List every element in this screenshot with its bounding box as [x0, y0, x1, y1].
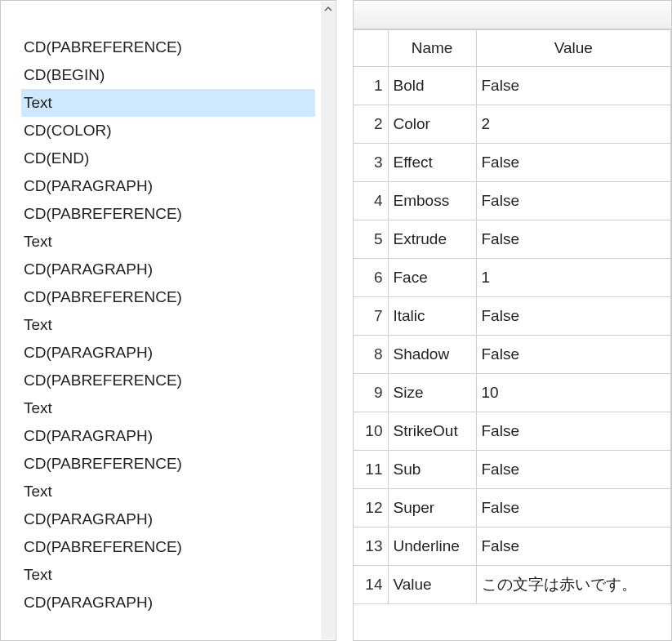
cell-value[interactable]: False — [476, 220, 671, 259]
row-number: 8 — [354, 336, 388, 374]
table-row[interactable]: 13UnderlineFalse — [354, 527, 671, 566]
table-row[interactable]: 5ExtrudeFalse — [354, 220, 671, 259]
tree-item[interactable]: CD(PABREFERENCE) — [21, 533, 315, 561]
row-number: 14 — [354, 566, 388, 604]
tree-item[interactable]: CD(BEGIN) — [21, 61, 315, 89]
row-number: 2 — [354, 105, 388, 144]
tree-item[interactable]: CD(PABREFERENCE) — [21, 33, 315, 61]
tree-item[interactable]: CD(PARAGRAPH) — [21, 172, 315, 200]
toolbar — [353, 0, 672, 29]
scroll-up-button[interactable] — [321, 2, 335, 16]
cell-value[interactable]: False — [476, 182, 671, 220]
row-number: 1 — [354, 67, 388, 105]
tree-item[interactable]: Text — [21, 89, 315, 117]
tree-item[interactable]: CD(PARAGRAPH) — [21, 339, 315, 367]
row-number: 5 — [354, 220, 388, 259]
tree-item[interactable]: CD(END) — [21, 145, 315, 172]
cell-name[interactable]: Effect — [388, 144, 476, 182]
table-row[interactable]: 9Size10 — [354, 374, 671, 412]
table-row[interactable]: 11SubFalse — [354, 451, 671, 489]
tree-view[interactable]: CD(PABREFERENCE)CD(BEGIN)TextCD(COLOR)CD… — [1, 1, 336, 640]
cell-name[interactable]: Size — [388, 374, 476, 412]
tree-item[interactable]: CD(PARAGRAPH) — [21, 422, 315, 450]
properties-grid[interactable]: Name Value 1BoldFalse2Color23EffectFalse… — [354, 29, 671, 604]
tree-item[interactable]: CD(PABREFERENCE) — [21, 367, 315, 394]
col-header-value[interactable]: Value — [476, 30, 671, 67]
tree-item[interactable]: CD(PABREFERENCE) — [21, 283, 315, 311]
cell-name[interactable]: Face — [388, 259, 476, 297]
cell-value[interactable]: この文字は赤いです。 — [476, 566, 671, 604]
table-row[interactable]: 2Color2 — [354, 105, 671, 144]
tree-item[interactable]: Text — [21, 561, 315, 589]
cell-name[interactable]: Underline — [388, 527, 476, 566]
row-number: 4 — [354, 182, 388, 220]
table-row[interactable]: 1BoldFalse — [354, 67, 671, 105]
table-row[interactable]: 8ShadowFalse — [354, 336, 671, 374]
cell-value[interactable]: False — [476, 451, 671, 489]
table-row[interactable]: 3EffectFalse — [354, 144, 671, 182]
cell-name[interactable]: Italic — [388, 297, 476, 336]
cell-value[interactable]: False — [476, 527, 671, 566]
row-number: 13 — [354, 527, 388, 566]
tree-item[interactable]: CD(PABREFERENCE) — [21, 450, 315, 478]
cell-name[interactable]: Extrude — [388, 220, 476, 259]
row-number: 6 — [354, 259, 388, 297]
tree-item[interactable]: CD(PARAGRAPH) — [21, 256, 315, 283]
tree-item[interactable]: CD(PARAGRAPH) — [21, 589, 315, 617]
row-number: 12 — [354, 489, 388, 527]
cell-value[interactable]: False — [476, 412, 671, 451]
table-row[interactable]: 6Face1 — [354, 259, 671, 297]
cell-name[interactable]: Emboss — [388, 182, 476, 220]
left-scrollbar[interactable] — [321, 2, 335, 639]
tree-item[interactable]: Text — [21, 394, 315, 422]
cell-value[interactable]: 1 — [476, 259, 671, 297]
tree-item[interactable]: Text — [21, 228, 315, 256]
tree-item[interactable]: Text — [21, 478, 315, 505]
app-root: CD(PABREFERENCE)CD(BEGIN)TextCD(COLOR)CD… — [0, 0, 672, 641]
col-header-name[interactable]: Name — [388, 30, 476, 67]
row-number: 7 — [354, 297, 388, 336]
cell-name[interactable]: StrikeOut — [388, 412, 476, 451]
cell-name[interactable]: Sub — [388, 451, 476, 489]
table-row[interactable]: 12SuperFalse — [354, 489, 671, 527]
cell-value[interactable]: 10 — [476, 374, 671, 412]
row-number: 3 — [354, 144, 388, 182]
splitter-gap[interactable] — [336, 0, 353, 641]
table-row[interactable]: 14Valueこの文字は赤いです。 — [354, 566, 671, 604]
cell-value[interactable]: False — [476, 67, 671, 105]
tree-item[interactable]: Text — [21, 311, 315, 339]
cell-name[interactable]: Bold — [388, 67, 476, 105]
right-panel: Name Value 1BoldFalse2Color23EffectFalse… — [353, 0, 672, 641]
row-number: 10 — [354, 412, 388, 451]
cell-name[interactable]: Shadow — [388, 336, 476, 374]
cell-value[interactable]: False — [476, 297, 671, 336]
cell-value[interactable]: False — [476, 144, 671, 182]
grid-wrap: Name Value 1BoldFalse2Color23EffectFalse… — [353, 29, 672, 641]
cell-name[interactable]: Value — [388, 566, 476, 604]
tree-item[interactable]: CD(PARAGRAPH) — [21, 505, 315, 533]
table-row[interactable]: 7ItalicFalse — [354, 297, 671, 336]
cell-value[interactable]: 2 — [476, 105, 671, 144]
chevron-up-icon — [324, 7, 332, 11]
cell-name[interactable]: Color — [388, 105, 476, 144]
row-number: 9 — [354, 374, 388, 412]
table-row[interactable]: 10StrikeOutFalse — [354, 412, 671, 451]
left-panel: CD(PABREFERENCE)CD(BEGIN)TextCD(COLOR)CD… — [0, 0, 336, 641]
grid-corner — [354, 30, 388, 67]
table-row[interactable]: 4EmbossFalse — [354, 182, 671, 220]
cell-value[interactable]: False — [476, 489, 671, 527]
cell-name[interactable]: Super — [388, 489, 476, 527]
tree-item[interactable]: CD(COLOR) — [21, 117, 315, 145]
cell-value[interactable]: False — [476, 336, 671, 374]
tree-item[interactable]: CD(PABREFERENCE) — [21, 200, 315, 228]
row-number: 11 — [354, 451, 388, 489]
